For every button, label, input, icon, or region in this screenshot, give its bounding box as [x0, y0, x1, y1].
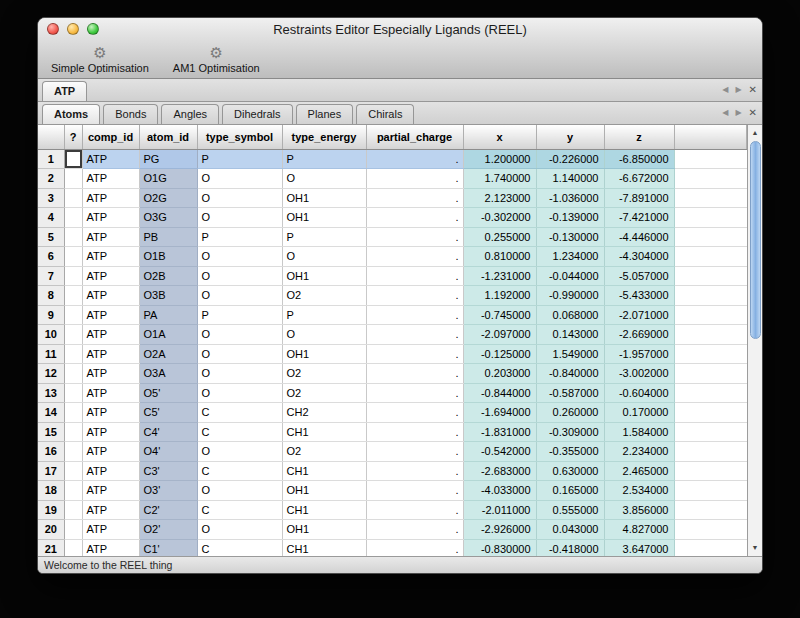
cell-q[interactable]: [64, 266, 82, 286]
cell-comp_id[interactable]: ATP: [82, 539, 139, 556]
cell-partial_charge[interactable]: .: [366, 305, 463, 325]
cell-x[interactable]: 0.255000: [463, 227, 536, 247]
cell-z[interactable]: -2.071000: [604, 305, 674, 325]
cell-type_symbol[interactable]: O: [197, 325, 282, 345]
tab-chirals[interactable]: Chirals: [356, 104, 414, 124]
cell-type_symbol[interactable]: O: [197, 364, 282, 384]
cell-x[interactable]: 1.192000: [463, 286, 536, 306]
cell-partial_charge[interactable]: .: [366, 247, 463, 267]
simple-optimisation-button[interactable]: ⚙Simple Optimisation: [46, 44, 154, 75]
cell-type_energy[interactable]: P: [282, 149, 366, 169]
cell-q[interactable]: [64, 383, 82, 403]
cell-type_energy[interactable]: P: [282, 305, 366, 325]
cell-type_energy[interactable]: CH2: [282, 403, 366, 423]
cell-type_energy[interactable]: P: [282, 227, 366, 247]
column-header-atom_id[interactable]: atom_id: [139, 125, 197, 149]
cell-type_symbol[interactable]: C: [197, 422, 282, 442]
cell-type_symbol[interactable]: O: [197, 383, 282, 403]
cell-partial_charge[interactable]: .: [366, 383, 463, 403]
tab-scroll-right-icon[interactable]: ▶: [735, 85, 741, 94]
cell-q[interactable]: [64, 305, 82, 325]
cell-z[interactable]: 2.465000: [604, 461, 674, 481]
cell-z[interactable]: 2.234000: [604, 442, 674, 462]
cell-atom_id[interactable]: PA: [139, 305, 197, 325]
cell-z[interactable]: -7.891000: [604, 188, 674, 208]
cell-atom_id[interactable]: C5': [139, 403, 197, 423]
cell-q[interactable]: [64, 403, 82, 423]
cell-y[interactable]: -0.355000: [536, 442, 604, 462]
column-header-type_symbol[interactable]: type_symbol: [197, 125, 282, 149]
cell-type_energy[interactable]: CH1: [282, 500, 366, 520]
cell-x[interactable]: -0.844000: [463, 383, 536, 403]
cell-y[interactable]: 1.140000: [536, 169, 604, 189]
cell-partial_charge[interactable]: .: [366, 500, 463, 520]
cell-partial_charge[interactable]: .: [366, 461, 463, 481]
cell-atom_id[interactable]: O5': [139, 383, 197, 403]
cell-atom_id[interactable]: C1': [139, 539, 197, 556]
row-header[interactable]: 6: [38, 247, 64, 267]
cell-q[interactable]: [64, 227, 82, 247]
tab-close-icon[interactable]: ✕: [749, 107, 757, 118]
cell-type_energy[interactable]: OH1: [282, 344, 366, 364]
cell-z[interactable]: -6.672000: [604, 169, 674, 189]
cell-type_energy[interactable]: CH1: [282, 461, 366, 481]
cell-comp_id[interactable]: ATP: [82, 169, 139, 189]
tab-bonds[interactable]: Bonds: [103, 104, 158, 124]
am1-optimisation-button[interactable]: ⚙AM1 Optimisation: [168, 44, 265, 75]
cell-x[interactable]: 2.123000: [463, 188, 536, 208]
cell-q[interactable]: [64, 188, 82, 208]
cell-x[interactable]: -2.683000: [463, 461, 536, 481]
cell-type_symbol[interactable]: C: [197, 403, 282, 423]
cell-partial_charge[interactable]: .: [366, 325, 463, 345]
row-header[interactable]: 5: [38, 227, 64, 247]
cell-type_symbol[interactable]: O: [197, 286, 282, 306]
scrollbar-thumb[interactable]: [750, 141, 761, 339]
cell-comp_id[interactable]: ATP: [82, 266, 139, 286]
cell-z[interactable]: -1.957000: [604, 344, 674, 364]
cell-type_symbol[interactable]: P: [197, 305, 282, 325]
cell-type_symbol[interactable]: O: [197, 442, 282, 462]
cell-z[interactable]: 0.170000: [604, 403, 674, 423]
cell-comp_id[interactable]: ATP: [82, 481, 139, 501]
row-header[interactable]: 17: [38, 461, 64, 481]
cell-type_symbol[interactable]: P: [197, 149, 282, 169]
cell-type_symbol[interactable]: C: [197, 461, 282, 481]
cell-atom_id[interactable]: PB: [139, 227, 197, 247]
cell-q[interactable]: [64, 364, 82, 384]
cell-type_symbol[interactable]: C: [197, 539, 282, 556]
cell-partial_charge[interactable]: .: [366, 442, 463, 462]
cell-atom_id[interactable]: C4': [139, 422, 197, 442]
tab-atp[interactable]: ATP: [42, 81, 87, 101]
cell-y[interactable]: -0.139000: [536, 208, 604, 228]
row-header[interactable]: 8: [38, 286, 64, 306]
row-header[interactable]: 15: [38, 422, 64, 442]
cell-x[interactable]: -1.231000: [463, 266, 536, 286]
row-header[interactable]: 7: [38, 266, 64, 286]
cell-comp_id[interactable]: ATP: [82, 247, 139, 267]
cell-type_symbol[interactable]: O: [197, 520, 282, 540]
cell-atom_id[interactable]: C3': [139, 461, 197, 481]
cell-y[interactable]: -0.226000: [536, 149, 604, 169]
cell-atom_id[interactable]: O3': [139, 481, 197, 501]
cell-type_symbol[interactable]: O: [197, 247, 282, 267]
cell-y[interactable]: 0.143000: [536, 325, 604, 345]
cell-y[interactable]: 1.234000: [536, 247, 604, 267]
cell-partial_charge[interactable]: .: [366, 149, 463, 169]
cell-type_symbol[interactable]: O: [197, 208, 282, 228]
tab-atoms[interactable]: Atoms: [42, 104, 100, 124]
cell-type_symbol[interactable]: O: [197, 266, 282, 286]
cell-y[interactable]: -0.840000: [536, 364, 604, 384]
cell-x[interactable]: -1.831000: [463, 422, 536, 442]
cell-partial_charge[interactable]: .: [366, 286, 463, 306]
cell-comp_id[interactable]: ATP: [82, 461, 139, 481]
cell-q[interactable]: [64, 442, 82, 462]
row-header[interactable]: 21: [38, 539, 64, 556]
cell-type_energy[interactable]: O2: [282, 286, 366, 306]
cell-partial_charge[interactable]: .: [366, 169, 463, 189]
cell-x[interactable]: 1.200000: [463, 149, 536, 169]
row-header[interactable]: 10: [38, 325, 64, 345]
cell-q[interactable]: [64, 344, 82, 364]
cell-q[interactable]: [64, 325, 82, 345]
cell-type_symbol[interactable]: O: [197, 344, 282, 364]
cell-partial_charge[interactable]: .: [366, 266, 463, 286]
